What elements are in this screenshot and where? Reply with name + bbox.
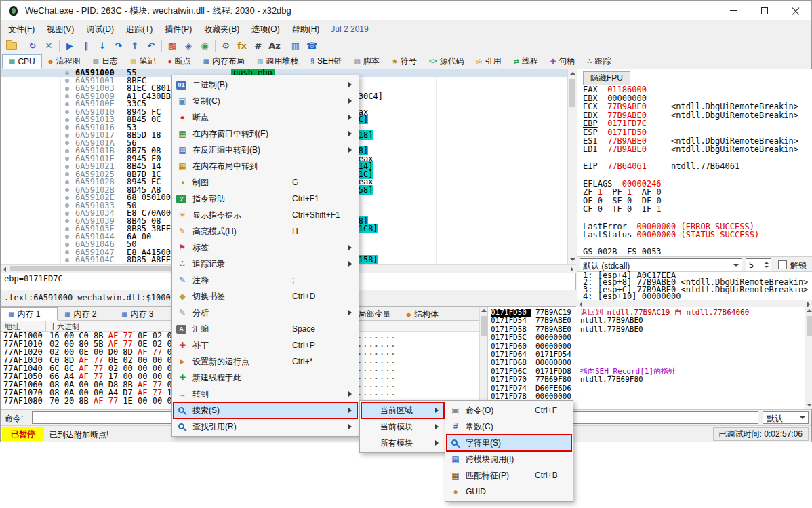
unlock-checkbox[interactable] — [778, 260, 787, 269]
breakpoint-dot[interactable] — [65, 79, 69, 83]
breakpoint-dot[interactable] — [65, 165, 69, 169]
scroll-left-arrow-icon[interactable] — [3, 267, 6, 272]
menubar-item[interactable]: 插件(P) — [159, 22, 198, 37]
breakpoint-dot[interactable] — [65, 219, 69, 223]
execute-till-return-icon[interactable]: ↑ — [127, 38, 143, 53]
submenu-item-current-region[interactable]: 当前区域 — [361, 402, 444, 418]
scroll-down-arrow-icon[interactable] — [570, 258, 575, 261]
dump-tab-struct[interactable]: ◆结构体 — [399, 307, 456, 321]
run-icon[interactable]: ▶ — [62, 38, 78, 53]
trace-icon[interactable]: ◈ — [180, 38, 197, 53]
menu-item-instruction-help[interactable]: ?指令帮助Ctrl+F1 — [174, 191, 357, 207]
dump-tab-memory-2[interactable]: ▦内存 2 — [58, 307, 115, 321]
menu-item-set-new-origin[interactable]: ►设置新的运行点Ctrl+* — [174, 353, 357, 370]
submenu-item-pattern[interactable]: ▦匹配特征(P)Ctrl+B — [447, 467, 571, 484]
breakpoint-dot[interactable] — [65, 180, 69, 184]
minimize-button[interactable] — [718, 1, 749, 21]
tab-breakpoints[interactable]: ●断点 — [161, 54, 197, 69]
menu-item-follow-in-disassembler[interactable]: ▦在反汇编中转到(B) — [174, 142, 357, 158]
breakpoint-dot[interactable] — [65, 243, 69, 247]
scrollbar-thumb[interactable] — [569, 79, 575, 107]
menu-item-highlighting-mode[interactable]: ✎高亮模式(H)H — [174, 223, 357, 239]
breakpoint-dot[interactable] — [65, 157, 69, 161]
scrollbar-thumb[interactable] — [807, 316, 812, 336]
register-line[interactable]: GS 002B FS 0053 — [583, 248, 811, 256]
menu-item-copy[interactable]: ▣复制(C) — [174, 93, 357, 109]
submenu-item-all-modules[interactable]: 所有模块 — [361, 435, 444, 451]
menubar-item[interactable]: 帮助(H) — [286, 22, 326, 37]
stack-row[interactable]: 0171FD5477B9ABE0ntdll.77B9ABE0 — [488, 317, 805, 325]
breakpoint-dot[interactable] — [65, 71, 69, 75]
menu-item-follow-in-memory-window[interactable]: ▦在内存窗口中转到(E) — [174, 125, 357, 142]
dump-vscrollbar[interactable] — [479, 307, 487, 409]
menu-item-label[interactable]: ⚑标签 — [174, 239, 357, 256]
calculator-icon[interactable]: fx — [234, 38, 250, 53]
menu-item-patch[interactable]: ✚补丁Ctrl+P — [174, 337, 357, 353]
menu-item-trace-record[interactable]: ∴追踪记录 — [174, 256, 357, 272]
menubar-item[interactable]: 追踪(T) — [120, 22, 159, 37]
breakpoint-dot[interactable] — [65, 203, 69, 208]
close-debuggee-icon[interactable]: ✕ — [41, 38, 57, 53]
menubar-item[interactable]: 视图(V) — [41, 22, 80, 37]
settings-icon[interactable]: ⚙ — [218, 38, 234, 53]
restart-icon[interactable]: ↻ — [24, 38, 41, 53]
breakpoint-dot[interactable] — [65, 102, 69, 106]
register-line[interactable]: LastStatus 00000000 (STATUS_SUCCESS) — [583, 231, 811, 239]
menu-item-search[interactable]: 搜索(S) — [174, 402, 357, 418]
maximize-button[interactable] — [749, 1, 780, 21]
scroll-up-arrow-icon[interactable] — [807, 309, 812, 312]
tab-memory-map[interactable]: ▦内存布局 — [197, 54, 250, 69]
phone-icon[interactable]: ☎ — [304, 38, 320, 53]
hash-icon[interactable]: # — [250, 38, 266, 53]
open-file-icon[interactable] — [3, 38, 20, 53]
breakpoint-dot[interactable] — [65, 87, 69, 91]
pause-icon[interactable]: ‖ — [78, 38, 94, 53]
menu-item-follow-in-memory-map[interactable]: ▦在内存布局中转到 — [174, 158, 357, 174]
register-line[interactable]: EDI 77B9ABE0 <ntdll.DbgUiRemoteBreakin> — [583, 145, 811, 154]
submenu-item-string-references[interactable]: 字符串(S) — [447, 435, 571, 451]
tab-seh[interactable]: §SEH链 — [304, 54, 348, 69]
graph-icon[interactable]: ◉ — [197, 38, 213, 53]
menu-item-show-mnemonic-brief[interactable]: ☀显示指令提示Ctrl+Shift+F1 — [174, 207, 357, 223]
breakpoint-dot[interactable] — [65, 94, 69, 98]
patches-icon[interactable]: ▩ — [164, 38, 180, 53]
tab-threads[interactable]: ⇄线程 — [507, 54, 544, 69]
breakpoint-dot[interactable] — [65, 188, 69, 192]
breakpoint-dot[interactable] — [65, 212, 69, 216]
scrollbar-thumb[interactable] — [481, 316, 487, 336]
menubar-item[interactable]: 收藏夹(B) — [198, 22, 245, 37]
command-profile-select[interactable]: 默认 — [763, 411, 809, 424]
hide-fpu-button[interactable]: 隐藏FPU — [583, 71, 630, 85]
tab-handles[interactable]: ✚句柄 — [544, 54, 581, 69]
submenu-item-command[interactable]: ▣命令(O)Ctrl+F — [447, 402, 571, 418]
menubar-item[interactable]: 选项(O) — [245, 22, 285, 37]
breakpoint-dot[interactable] — [65, 235, 69, 239]
register-line[interactable]: CF 0 TF 0 IF 1 — [583, 205, 811, 214]
stack-vscrollbar[interactable] — [805, 307, 812, 409]
breakpoint-dot[interactable] — [65, 196, 69, 200]
menubar-item[interactable]: 文件(F) — [2, 22, 41, 37]
breakpoint-dot[interactable] — [65, 250, 69, 254]
dump-tab-memory-3[interactable]: ▦内存 3 — [115, 307, 171, 321]
spin-up-icon[interactable] — [765, 262, 769, 264]
breakpoint-dot[interactable] — [65, 258, 69, 262]
stack-row[interactable]: 0171FD6800000000 — [488, 359, 805, 367]
menu-item-find-references[interactable]: 查找引用(R) — [174, 418, 357, 435]
breakpoint-dot[interactable] — [65, 134, 69, 138]
dump-tab-memory-1[interactable]: ▦内存 1 — [1, 307, 58, 321]
tab-references[interactable]: ◎引用 — [470, 54, 508, 69]
submenu-item-intermodular-calls[interactable]: ▦跨模块调用(I) — [447, 451, 571, 467]
scroll-up-arrow-icon[interactable] — [570, 72, 575, 75]
step-into-icon[interactable]: ↓ — [94, 38, 110, 53]
depth-spinner[interactable]: 5 — [746, 258, 771, 271]
menubar-item[interactable]: 调试(D) — [80, 22, 120, 37]
register-line[interactable]: EIP 77B64061 ntdll.77B64061 — [583, 162, 811, 171]
registers-hscrollbar[interactable] — [577, 300, 812, 307]
menu-item-goto[interactable]: →转到 — [174, 386, 357, 402]
tab-graph[interactable]: ◆流程图 — [42, 54, 87, 69]
breakpoint-dot[interactable] — [65, 172, 69, 176]
menu-item-breakpoint[interactable]: ●断点 — [174, 109, 357, 125]
disassembly-vscrollbar[interactable] — [567, 69, 576, 264]
breakpoint-dot[interactable] — [65, 125, 69, 130]
menu-item-comment[interactable]: ✎注释; — [174, 272, 357, 288]
